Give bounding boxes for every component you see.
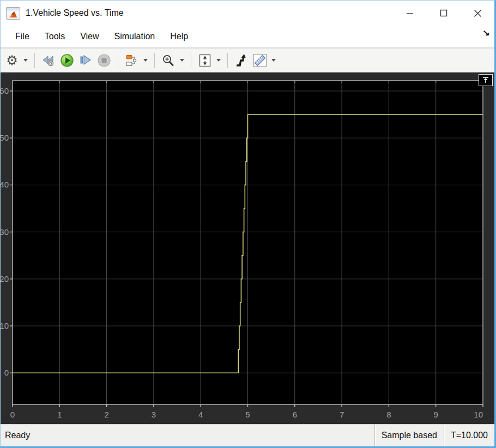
menu-tools[interactable]: Tools	[37, 26, 72, 47]
toolbar: ⚙	[1, 49, 494, 72]
y-tick-label: 10	[1, 321, 9, 330]
x-tick-label: 7	[340, 410, 344, 419]
titlebar: 1.Vehicle Speed vs. Time	[1, 1, 494, 26]
x-tick-label: 5	[245, 410, 250, 419]
scope-window: 1.Vehicle Speed vs. Time File Tools View…	[0, 0, 496, 448]
step-forward-button[interactable]	[76, 51, 95, 70]
fit-to-view-button[interactable]	[196, 51, 214, 70]
gear-icon: ⚙	[6, 54, 18, 67]
settings-button[interactable]: ⚙	[3, 51, 21, 70]
menu-file[interactable]: File	[8, 26, 37, 47]
menubar: File Tools View Simulation Help ↘	[1, 26, 494, 49]
status-sim-time: T=10.000	[444, 425, 494, 446]
minimize-button[interactable]	[393, 1, 427, 26]
restore-toolbar-button[interactable]	[479, 74, 493, 86]
step-forward-icon	[78, 53, 93, 68]
x-tick-label: 4	[198, 410, 203, 419]
toolbar-separator	[154, 53, 155, 68]
close-button[interactable]	[461, 1, 494, 26]
scope-plot-canvas[interactable]: 0123456789100102030405060	[1, 72, 494, 424]
highlight-dropdown-button[interactable]	[141, 51, 150, 70]
measurements-ruler-icon	[252, 53, 268, 68]
statusbar: Ready Sample based T=10.000	[1, 424, 494, 446]
scope-app-icon-frame	[7, 8, 20, 10]
stop-icon	[96, 53, 112, 68]
chevron-down-icon	[143, 59, 148, 62]
chevron-down-icon	[180, 59, 184, 62]
window-title: 1.Vehicle Speed vs. Time	[26, 8, 124, 18]
x-tick-label: 9	[434, 410, 438, 419]
y-tick-label: 20	[1, 274, 9, 283]
cursor-measurements-button[interactable]	[251, 51, 269, 70]
x-tick-label: 1	[57, 410, 62, 419]
zoom-dropdown-button[interactable]	[178, 51, 186, 70]
zoom-in-button[interactable]	[159, 51, 178, 70]
menu-simulation[interactable]: Simulation	[107, 26, 163, 47]
x-tick-label: 2	[104, 410, 108, 419]
settings-dropdown-button[interactable]	[21, 51, 30, 70]
y-tick-label: 60	[1, 86, 9, 95]
menu-view[interactable]: View	[72, 26, 106, 47]
highlight-simulink-block-button[interactable]	[123, 51, 141, 70]
maximize-button[interactable]	[427, 1, 461, 26]
chevron-down-icon	[23, 59, 28, 62]
plot-panel: 0123456789100102030405060	[1, 72, 494, 424]
close-icon	[474, 9, 482, 17]
toolbar-separator	[227, 53, 228, 68]
dock-scope-arrow-icon[interactable]: ↘	[483, 28, 491, 38]
y-tick-label: 30	[1, 227, 9, 237]
status-message: Ready	[1, 425, 374, 446]
menu-help[interactable]: Help	[162, 26, 196, 47]
matlab-membrane-glyph	[8, 11, 18, 19]
y-tick-label: 0	[4, 368, 9, 377]
stop-button[interactable]	[95, 51, 113, 70]
window-controls	[393, 1, 494, 26]
toolbar-separator	[191, 53, 191, 68]
triggers-button[interactable]	[232, 51, 251, 70]
measurements-dropdown-button[interactable]	[269, 51, 278, 70]
x-tick-label: 6	[293, 410, 297, 419]
trigger-icon	[234, 53, 249, 68]
arrow-up-to-bar-icon	[481, 76, 490, 84]
fit-to-view-icon	[197, 53, 213, 68]
run-icon	[59, 53, 75, 68]
scope-app-icon	[6, 7, 20, 20]
y-tick-label: 50	[1, 133, 9, 142]
run-button[interactable]	[58, 51, 76, 70]
toolbar-separator	[118, 53, 118, 68]
step-back-icon	[41, 53, 56, 68]
x-tick-label: 10	[474, 410, 483, 419]
step-back-button[interactable]	[39, 51, 58, 70]
chevron-down-icon	[216, 59, 221, 62]
toolbar-separator	[34, 53, 35, 68]
x-tick-label: 8	[386, 410, 391, 419]
x-tick-label: 0	[10, 410, 15, 419]
y-tick-label: 40	[1, 180, 9, 189]
zoom-in-icon	[161, 53, 176, 68]
x-tick-label: 3	[152, 410, 156, 419]
status-sample-mode: Sample based	[374, 425, 444, 446]
fit-dropdown-button[interactable]	[214, 51, 223, 70]
minimize-icon	[406, 9, 414, 17]
simulink-blocks-icon	[124, 53, 140, 68]
maximize-icon	[440, 9, 447, 17]
chevron-down-icon	[271, 59, 276, 62]
